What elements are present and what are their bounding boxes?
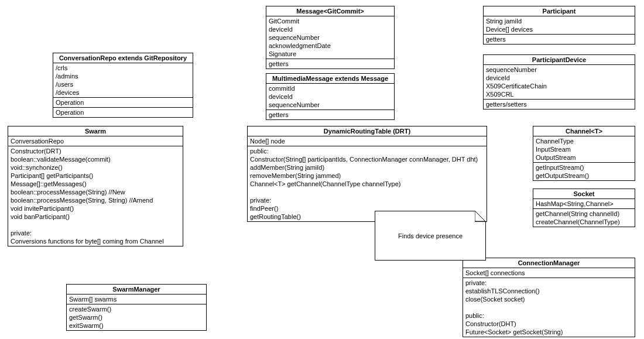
op: Channel<T> getChannel(ChannelType channe… [250, 180, 484, 188]
class-attributes: Socket[] connections [463, 268, 635, 278]
op: getters [486, 35, 632, 43]
attr: /devices [56, 88, 190, 97]
class-participant: Participant String jamiId Device[] devic… [483, 6, 635, 44]
op: boolean::processMessage(String) //New [11, 188, 180, 196]
class-title: Channel<T> [533, 126, 635, 136]
class-operations: private: establishTLSConnection() close(… [463, 278, 635, 337]
attr: Signature [269, 50, 392, 58]
attr: Swarm[] swarms [69, 295, 204, 303]
op: getOutputStream() [536, 172, 632, 180]
attr: sequenceNumber [486, 66, 632, 74]
op: getSwarm() [69, 313, 204, 321]
attr: Device[] devices [486, 25, 632, 33]
op: private: [465, 279, 632, 287]
op: boolean::validateMessage(commit) [11, 155, 180, 163]
op [465, 303, 632, 311]
op: void::synchonize() [11, 163, 180, 172]
attr: /users [56, 80, 190, 88]
op: Constructor(DHT) [465, 320, 632, 328]
class-operations: getters/setters [484, 100, 635, 109]
attr: deviceId [486, 74, 632, 82]
op: private: [250, 196, 484, 204]
attr: sequenceNumber [269, 33, 392, 42]
class-operations: getters [266, 110, 394, 119]
class-attributes: ChannelType InputStream OutputStream [533, 136, 635, 163]
class-swarm: Swarm ConversationRepo Constructor(DRT) … [8, 126, 183, 246]
class-operations: Operation [53, 98, 193, 108]
class-title: Socket [533, 189, 635, 199]
class-attributes: sequenceNumber deviceId X509CertificateC… [484, 65, 635, 100]
class-message: Message<GitCommit> GitCommit deviceId se… [266, 6, 395, 69]
class-socket: Socket HashMap<String,Channel> getChanne… [533, 189, 635, 227]
class-operations: Constructor(DRT) boolean::validateMessag… [8, 146, 183, 246]
class-title: MultimediaMessage extends Message [266, 74, 394, 84]
op: removeMember(String jammed) [250, 172, 484, 180]
class-title: Message<GitCommit> [266, 6, 394, 16]
attr: deviceId [269, 25, 392, 33]
class-title: Swarm [8, 126, 183, 136]
note-fold-triangle [475, 211, 485, 221]
op: boolean::processMessage(String, String) … [11, 196, 180, 204]
op: Operation [56, 108, 190, 117]
class-title: ParticipantDevice [484, 55, 635, 65]
note-text: Finds device presence [398, 232, 463, 239]
class-swarm-manager: SwarmManager Swarm[] swarms createSwarm(… [66, 284, 207, 331]
op: exitSwarm() [69, 321, 204, 330]
op: establishTLSConnection() [465, 287, 632, 295]
class-attributes: ConversationRepo [8, 136, 183, 146]
op: getChannel(String channelId) [536, 210, 632, 218]
class-operations: getters [266, 59, 394, 69]
op [11, 221, 180, 229]
class-attributes: Node[] node [248, 136, 487, 146]
attr: ConversationRepo [11, 137, 180, 145]
op: getters/setters [486, 100, 632, 108]
uml-note: Finds device presence [375, 211, 486, 261]
class-operations: public: Constructor(String[] participant… [248, 146, 487, 221]
op: Future<Socket> getSocket(String) [465, 328, 632, 336]
attr: X509CRL [486, 90, 632, 98]
attr: InputStream [536, 145, 632, 153]
class-attributes: /crls /admins /users /devices [53, 63, 193, 98]
attr: sequenceNumber [269, 101, 392, 109]
class-attributes: GitCommit deviceId sequenceNumber acknow… [266, 16, 394, 59]
op: getInputStream() [536, 163, 632, 172]
attr: commitId [269, 84, 392, 93]
op: void banParticipant() [11, 213, 180, 221]
class-drt: DynamicRoutingTable (DRT) Node[] node pu… [247, 126, 487, 222]
class-title: ConversationRepo extends GitRepository [53, 53, 193, 63]
op: createChannel(ChannelType) [536, 218, 632, 226]
attr: ChannelType [536, 137, 632, 145]
attr: /admins [56, 72, 190, 80]
class-operations: getters [484, 35, 635, 44]
op: public: [250, 147, 484, 155]
attr: /crls [56, 64, 190, 72]
class-attributes: commitId deviceId sequenceNumber [266, 84, 394, 110]
op: getters [269, 111, 392, 119]
op: addMember(String jamiId) [250, 163, 484, 172]
class-channel: Channel<T> ChannelType InputStream Outpu… [533, 126, 635, 181]
class-operations: createSwarm() getSwarm() exitSwarm() [67, 304, 206, 330]
op: createSwarm() [69, 305, 204, 313]
op [250, 188, 484, 196]
class-operations: getInputStream() getOutputStream() [533, 163, 635, 180]
class-operations: Operation [53, 108, 193, 117]
op: Constructor(DRT) [11, 147, 180, 155]
attr: HashMap<String,Channel> [536, 200, 632, 208]
attr: X509CertificateChain [486, 82, 632, 90]
class-conversation-repo: ConversationRepo extends GitRepository /… [53, 53, 193, 118]
class-title: SwarmManager [67, 285, 206, 295]
attr: Socket[] connections [465, 269, 632, 277]
class-title: ConnectionManager [463, 258, 635, 268]
op: Message[]::getMessages() [11, 180, 180, 188]
class-attributes: HashMap<String,Channel> [533, 199, 635, 209]
class-multimedia-message: MultimediaMessage extends Message commit… [266, 73, 395, 120]
class-connection-manager: ConnectionManager Socket[] connections p… [463, 258, 635, 337]
attr: deviceId [269, 93, 392, 101]
class-attributes: String jamiId Device[] devices [484, 16, 635, 35]
op: Constructor(String[] participantIds, Con… [250, 155, 484, 163]
attr: acknowledgmentDate [269, 42, 392, 50]
attr: String jamiId [486, 17, 632, 25]
class-title: Participant [484, 6, 635, 16]
attr: GitCommit [269, 17, 392, 25]
class-title: DynamicRoutingTable (DRT) [248, 126, 487, 136]
